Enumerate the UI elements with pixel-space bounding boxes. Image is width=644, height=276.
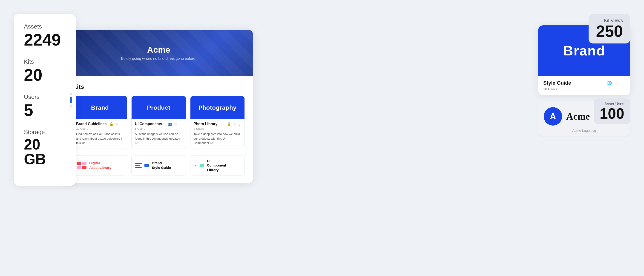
style-guide-thumb-label: Brand xyxy=(563,43,605,59)
dots-icon-3: ⋮ xyxy=(238,122,241,126)
star-icon-2: ☆ xyxy=(174,122,177,126)
kits-grid: Brand Brand Guidelines 🔒 ☆ ⋮ 10 Users Fi… xyxy=(73,96,245,149)
asset-uses-badge: Asset Uses 100 xyxy=(594,98,630,124)
scroll-dot-1 xyxy=(70,93,72,95)
main-panel: Acme Boldly going where no brand has gon… xyxy=(64,30,253,183)
kit-card-users-product: 5 Users xyxy=(135,127,182,130)
storage-value: 20 GB xyxy=(24,137,66,166)
style-guide-meta: Style Guide 🌐 ☆ ⋮ xyxy=(543,80,625,86)
hero-subtitle: Boldly going where no brand has gone bef… xyxy=(121,56,196,61)
users-label: Users xyxy=(24,94,66,100)
kit-card-desc-brand: Find Acme's official Brand assets and le… xyxy=(76,132,124,145)
kit-card-meta-product: UI Components 👥 ☆ ⋮ xyxy=(135,122,182,126)
kits-heading: Kits xyxy=(73,83,245,90)
style-guide-icons: 🌐 ☆ ⋮ xyxy=(607,80,625,86)
blue-chip xyxy=(144,164,149,167)
kit-card-users-photography: 8 Users xyxy=(194,127,241,130)
kits-label: Kits xyxy=(24,58,66,65)
avatar-letter: A xyxy=(550,112,556,122)
kit-card-meta-brand: Brand Guidelines 🔒 ☆ ⋮ xyxy=(76,122,124,126)
scroll-dot-3 xyxy=(70,105,72,107)
kit-card-thumb-brand: Brand xyxy=(73,96,127,119)
small-kit-icons-1 xyxy=(76,162,86,169)
kit-views-badge: Kit Views 250 xyxy=(588,14,630,44)
users-stat: Users 5 xyxy=(24,94,66,118)
kit-card-info-brand: Brand Guidelines 🔒 ☆ ⋮ 10 Users Find Acm… xyxy=(73,119,127,148)
kits-value: 20 xyxy=(24,67,66,83)
lines-icon xyxy=(135,163,142,168)
kit-card-icons-photography: 🔒 ☆ ⋮ xyxy=(227,122,241,126)
kit-card-desc-product: All of the imagery we use can be found i… xyxy=(135,132,182,145)
kit-card-name-product: UI Components xyxy=(135,122,162,126)
bottom-kits: DigitalAsset Library BrandStyle Guide ✓ … xyxy=(73,155,245,176)
more-icon[interactable]: ⋮ xyxy=(621,80,625,86)
users-icon: 👥 xyxy=(168,122,172,126)
users-value: 5 xyxy=(24,102,66,118)
storage-label: Storage xyxy=(24,128,66,136)
check-icon: ✓ xyxy=(194,164,197,167)
small-kit-brand-style[interactable]: BrandStyle Guide xyxy=(131,155,186,176)
kit-card-desc-photography: Take a deep dive into how we build our p… xyxy=(194,132,241,145)
kit-card-thumb-photography: Photography xyxy=(190,96,244,119)
assets-label: Assets xyxy=(24,23,66,30)
small-kit-ui-component[interactable]: ✓ UIComponentLibrary xyxy=(190,155,245,176)
icon-chip-red-2 xyxy=(82,166,86,169)
star-icon: ☆ xyxy=(116,122,118,126)
hero-title: Acme xyxy=(147,45,170,55)
style-guide-info: Style Guide 🌐 ☆ ⋮ 10 Users xyxy=(538,76,630,95)
small-kit-label-digital: DigitalAsset Library xyxy=(89,161,111,170)
kit-card-thumb-label-product: Product xyxy=(147,104,170,111)
icon-chip-red xyxy=(76,162,81,165)
kit-card-info-product: UI Components 👥 ☆ ⋮ 5 Users All of the i… xyxy=(132,119,186,148)
storage-stat: Storage 20 GB xyxy=(24,128,66,166)
kit-card-name-brand: Brand Guidelines xyxy=(76,122,106,126)
kit-views-value: 250 xyxy=(596,23,623,39)
globe-icon[interactable]: 🌐 xyxy=(607,80,612,86)
acme-logo-section: Asset Uses 100 A Acme Acme Logo.svg xyxy=(538,101,630,136)
hero-banner: Acme Boldly going where no brand has gon… xyxy=(64,30,253,76)
kit-card-thumb-product: Product xyxy=(132,96,186,119)
star-icon-3: ☆ xyxy=(233,122,236,126)
kit-card-brand[interactable]: Brand Brand Guidelines 🔒 ☆ ⋮ 10 Users Fi… xyxy=(73,96,127,149)
kit-card-photography[interactable]: Photography Photo Library 🔒 ☆ ⋮ 8 Users … xyxy=(190,96,245,149)
green-chip xyxy=(200,164,204,167)
asset-uses-value: 100 xyxy=(600,106,624,121)
kit-card-users-brand: 10 Users xyxy=(76,127,124,130)
style-guide-name: Style Guide xyxy=(543,80,571,86)
right-panel: Kit Views 250 Brand Style Guide 🌐 ☆ ⋮ 10… xyxy=(538,14,630,136)
kit-card-icons-brand: 🔒 ☆ ⋮ xyxy=(109,122,124,126)
shield-icon: 🔒 xyxy=(109,122,114,126)
acme-filename: Acme Logo.svg xyxy=(538,128,630,132)
small-kit-label-brand: BrandStyle Guide xyxy=(152,161,171,170)
scroll-dot-active xyxy=(70,96,72,103)
style-guide-users: 10 Users xyxy=(543,87,625,91)
kits-stat: Kits 20 xyxy=(24,58,66,83)
scroll-indicator xyxy=(70,93,72,107)
kit-card-info-photography: Photo Library 🔒 ☆ ⋮ 8 Users Take a deep … xyxy=(190,119,244,148)
acme-avatar: A xyxy=(544,107,562,126)
kit-card-meta-photography: Photo Library 🔒 ☆ ⋮ xyxy=(194,122,241,126)
icon-chip-pink xyxy=(82,162,86,165)
kit-card-thumb-label-photography: Photography xyxy=(198,104,236,111)
icon-chip-pink-2 xyxy=(76,166,81,169)
kit-card-thumb-label-brand: Brand xyxy=(91,104,109,111)
kits-section: Kits Brand Brand Guidelines 🔒 ☆ ⋮ xyxy=(64,76,253,183)
dots-icon: ⋮ xyxy=(120,122,124,126)
acme-name: Acme xyxy=(566,111,590,122)
small-kit-digital-asset[interactable]: DigitalAsset Library xyxy=(73,155,127,176)
kit-card-product[interactable]: Product UI Components 👥 ☆ ⋮ 5 Users All … xyxy=(131,96,186,149)
star-icon-sg[interactable]: ☆ xyxy=(614,80,618,86)
stats-card: Assets 2249 Kits 20 Users 5 Storage 20 G… xyxy=(14,14,76,186)
kit-card-name-photography: Photo Library xyxy=(194,122,218,126)
dots-icon-2: ⋮ xyxy=(179,122,182,126)
assets-value: 2249 xyxy=(24,32,66,48)
small-kit-label-ui: UIComponentLibrary xyxy=(207,159,226,172)
assets-stat: Assets 2249 xyxy=(24,23,66,48)
lock-icon: 🔒 xyxy=(227,122,231,126)
kit-card-icons-product: 👥 ☆ ⋮ xyxy=(168,122,182,126)
